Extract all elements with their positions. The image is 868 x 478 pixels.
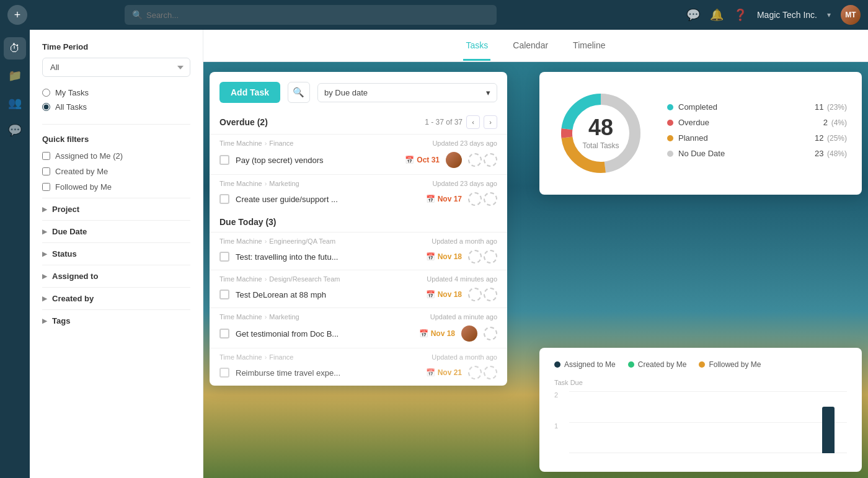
- task-row[interactable]: Create user guide/support ... 📅 Nov 17: [210, 190, 507, 212]
- chart-filter-row: Assigned to Me Created by Me Followed by…: [554, 360, 847, 369]
- task-checkbox[interactable]: [219, 252, 229, 262]
- task-assignee-avatar: [461, 325, 477, 342]
- avatar[interactable]: MT: [841, 5, 861, 25]
- task-checkbox[interactable]: [219, 329, 229, 339]
- sidebar-item-chat[interactable]: 💬: [4, 119, 26, 141]
- task-pagination: 1 - 37 of 37 ‹ ›: [425, 115, 497, 129]
- chart-area: Task Due 2 1: [554, 379, 847, 459]
- breadcrumb-arrow-icon: ›: [265, 275, 267, 283]
- sidebar-item-home[interactable]: ⏱: [4, 37, 26, 60]
- calendar-icon: 📅: [426, 290, 435, 299]
- legend-item-no-due-date: No Due Date 23 (48%): [667, 149, 847, 158]
- task-panel: Add Task 🔍 by Due date ▾ Overdue (2) 1 -…: [210, 72, 507, 386]
- task-row[interactable]: Test DeLorean at 88 mph 📅 Nov 18: [210, 285, 507, 308]
- global-search-bar[interactable]: 🔍: [125, 5, 497, 25]
- prev-page-button[interactable]: ‹: [466, 115, 480, 129]
- chart-filter-created[interactable]: Created by Me: [628, 360, 687, 369]
- task-checkbox[interactable]: [219, 368, 229, 378]
- all-tasks-radio[interactable]: All Tasks: [42, 102, 190, 112]
- task-due-date: 📅 Oct 31: [405, 156, 440, 164]
- chart-filter-assigned[interactable]: Assigned to Me: [554, 360, 616, 369]
- task-assignee-avatar: [446, 152, 462, 168]
- my-tasks-radio[interactable]: My Tasks: [42, 88, 190, 97]
- due-today-section-header: Due Today (3): [210, 212, 507, 232]
- chart-filter-followed[interactable]: Followed by Me: [699, 360, 761, 369]
- tab-timeline[interactable]: Timeline: [570, 32, 608, 61]
- status-filter-expandable[interactable]: ▶ Status: [42, 242, 190, 265]
- task-row[interactable]: Pay (top secret) vendors 📅 Oct 31: [210, 149, 507, 174]
- task-title: Create user guide/support ...: [236, 195, 420, 204]
- task-assign-dots: [468, 250, 497, 263]
- legend-item-planned: Planned 12 (25%): [667, 133, 847, 143]
- task-row[interactable]: Test: travelling into the futu... 📅 Nov …: [210, 247, 507, 270]
- icon-sidebar: ⏱ 📁 👥 💬: [0, 30, 30, 478]
- search-input[interactable]: [146, 11, 489, 20]
- task-checkbox[interactable]: [219, 194, 229, 204]
- task-row[interactable]: Reimburse time travel expe... 📅 Nov 21: [210, 363, 507, 386]
- task-meta: Time Machine › Engineering/QA Team Updat…: [210, 232, 507, 247]
- tags-filter-expandable[interactable]: ▶ Tags: [42, 309, 190, 332]
- table-row: Time Machine › Design/Research Team Upda…: [210, 270, 507, 308]
- followed-by-me-filter[interactable]: Followed by Me: [42, 182, 190, 192]
- overdue-dot: [667, 120, 673, 126]
- plus-icon: +: [14, 9, 21, 22]
- task-checkbox[interactable]: [219, 155, 229, 165]
- company-name[interactable]: Magic Tech Inc.: [757, 10, 817, 20]
- breadcrumb-arrow-icon: ›: [265, 313, 267, 321]
- folder-icon: 📁: [8, 69, 22, 82]
- chevron-down-icon: ▾: [486, 88, 490, 97]
- task-assign-dots: [468, 366, 497, 379]
- task-meta: Time Machine › Design/Research Team Upda…: [210, 270, 507, 285]
- calendar-icon: 📅: [405, 156, 414, 164]
- table-row: Time Machine › Finance Updated a month a…: [210, 348, 507, 386]
- sort-dropdown[interactable]: by Due date ▾: [317, 83, 497, 102]
- due-today-title: Due Today (3): [219, 217, 277, 227]
- donut-center: 48 Total Tasks: [582, 117, 619, 150]
- background-area: Add Task 🔍 by Due date ▾ Overdue (2) 1 -…: [203, 62, 868, 478]
- assigned-to-filter-expandable[interactable]: ▶ Assigned to: [42, 265, 190, 287]
- time-period-label: Time Period: [42, 42, 190, 51]
- tab-calendar[interactable]: Calendar: [510, 32, 551, 61]
- task-title: Test DeLorean at 88 mph: [236, 290, 420, 299]
- chevron-right-icon: ▶: [42, 317, 47, 324]
- sidebar-item-people[interactable]: 👥: [4, 92, 26, 114]
- message-icon: 💬: [8, 123, 22, 137]
- total-task-label: Total Tasks: [582, 141, 619, 150]
- task-search-button[interactable]: 🔍: [288, 82, 310, 103]
- followed-dot: [699, 361, 705, 368]
- task-breadcrumb: Time Machine › Marketing: [219, 180, 299, 187]
- add-task-button[interactable]: Add Task: [219, 82, 280, 103]
- filter-sidebar: Time Period All Today This Week This Mon…: [30, 30, 203, 478]
- bar-chart-bar: [822, 407, 835, 453]
- help-icon[interactable]: ❓: [733, 8, 747, 22]
- task-checkbox[interactable]: [219, 290, 229, 299]
- bell-icon[interactable]: 🔔: [710, 8, 724, 22]
- task-due-date: 📅 Nov 18: [426, 252, 462, 261]
- grid-line-bottom: [569, 453, 847, 453]
- due-date-filter-expandable[interactable]: ▶ Due Date: [42, 220, 190, 242]
- sidebar-item-folders[interactable]: 📁: [4, 64, 26, 87]
- table-row: Time Machine › Engineering/QA Team Updat…: [210, 232, 507, 270]
- table-row: Time Machine › Marketing Updated a minut…: [210, 308, 507, 348]
- task-due-date: 📅 Nov 21: [426, 368, 462, 377]
- planned-dot: [667, 135, 673, 141]
- add-button[interactable]: +: [7, 5, 27, 25]
- search-icon: 🔍: [293, 87, 304, 98]
- tab-tasks[interactable]: Tasks: [463, 32, 490, 61]
- task-row[interactable]: Get testimonial from Doc B... 📅 Nov 18: [210, 323, 507, 348]
- created-by-filter-expandable[interactable]: ▶ Created by: [42, 287, 190, 309]
- donut-chart: 48 Total Tasks: [554, 87, 647, 180]
- chat-icon[interactable]: 💬: [686, 8, 700, 22]
- created-by-me-filter[interactable]: Created by Me: [42, 167, 190, 176]
- chevron-right-icon: ▶: [42, 250, 47, 257]
- chart-panel: Assigned to Me Created by Me Followed by…: [539, 348, 862, 472]
- task-title: Get testimonial from Doc B...: [236, 329, 413, 339]
- task-meta: Time Machine › Marketing Updated a minut…: [210, 308, 507, 323]
- assigned-to-me-filter[interactable]: Assigned to Me (2): [42, 151, 190, 161]
- time-period-select[interactable]: All Today This Week This Month: [42, 58, 190, 77]
- overdue-section-header: Overdue (2) 1 - 37 of 37 ‹ ›: [210, 110, 507, 134]
- project-filter-expandable[interactable]: ▶ Project: [42, 198, 190, 220]
- next-page-button[interactable]: ›: [484, 115, 497, 129]
- task-title: Test: travelling into the futu...: [236, 252, 420, 262]
- chevron-right-icon: ▶: [42, 206, 47, 213]
